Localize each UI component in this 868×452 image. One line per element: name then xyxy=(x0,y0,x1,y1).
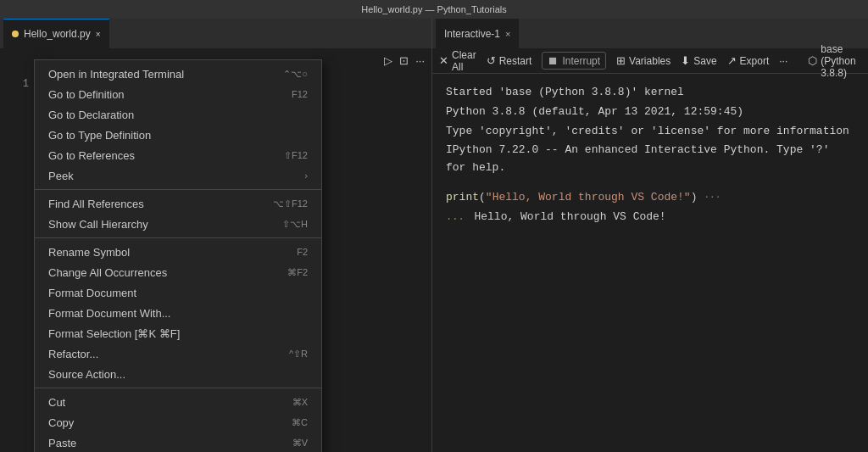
menu-item-label: Show Call Hierarchy xyxy=(48,218,148,231)
menu-item-shortcut: ⌥⇧F12 xyxy=(273,198,308,209)
restart-icon: ↺ xyxy=(487,54,496,67)
menu-item-label: Go to References xyxy=(48,149,135,162)
interactive-output: Started 'base (Python 3.8.8)' kernel Pyt… xyxy=(432,74,868,452)
interrupt-button[interactable]: ⏹ Interrupt xyxy=(542,52,606,70)
menu-item-shortcut: ⌘C xyxy=(292,417,308,428)
menu-item-go-references[interactable]: Go to References ⇧F12 xyxy=(35,145,321,165)
menu-item-go-declaration[interactable]: Go to Declaration xyxy=(35,104,321,125)
menu-item-format-selection[interactable]: Format Selection [⌘K ⌘F] xyxy=(35,323,321,343)
cell-ellipsis: ··· xyxy=(704,192,721,202)
menu-item-label: Copy xyxy=(48,416,74,429)
output-open-paren: ( xyxy=(479,191,486,204)
kernel-icon: ⬡ xyxy=(808,54,817,67)
menu-item-shortcut: ⌃⌥○ xyxy=(283,69,308,80)
menu-item-label: Rename Symbol xyxy=(48,246,130,259)
menu-item-shortcut: ⌘F2 xyxy=(287,267,308,278)
interactive-panel: Interactive-1 × ✕ Clear All ↺ Restart ⏹ … xyxy=(432,19,868,452)
variables-label: Variables xyxy=(629,55,670,67)
menu-separator-1 xyxy=(35,189,321,190)
variables-button[interactable]: ⊞ Variables xyxy=(616,54,670,67)
title-bar: Hello_world.py — Python_Tutorials xyxy=(0,0,868,19)
editor-panel: Hello_world.py × ▷ ⊡ ··· 1 print("Hello,… xyxy=(0,19,432,452)
menu-item-call-hierarchy[interactable]: Show Call Hierarchy ⇧⌥H xyxy=(35,214,321,234)
variables-icon: ⊞ xyxy=(616,54,626,67)
output-line-2: Python 3.8.8 (default, Apr 13 2021, 12:5… xyxy=(446,103,854,121)
peek-arrow: › xyxy=(304,170,308,181)
menu-item-label: Go to Type Definition xyxy=(48,129,151,142)
export-button[interactable]: ↗ Export xyxy=(727,54,770,67)
run-icon[interactable]: ▷ xyxy=(384,54,392,67)
more-icon: ··· xyxy=(779,55,787,67)
export-label: Export xyxy=(740,55,770,67)
output-string-value: "Hello, World through VS Code!" xyxy=(486,191,691,204)
menu-item-label: Format Document xyxy=(48,287,136,299)
menu-item-copy[interactable]: Copy ⌘C xyxy=(35,412,321,432)
interrupt-icon: ⏹ xyxy=(548,54,559,67)
menu-item-label: Change All Occurrences xyxy=(48,266,167,279)
editor-tab-bar: Hello_world.py × xyxy=(0,19,431,48)
menu-item-label: Paste xyxy=(48,437,76,449)
menu-separator-3 xyxy=(35,388,321,388)
window-title: Hello_world.py — Python_Tutorials xyxy=(361,4,506,14)
editor-tab-label: Hello_world.py xyxy=(24,28,91,40)
menu-item-go-type-definition[interactable]: Go to Type Definition xyxy=(35,125,321,145)
menu-item-go-definition[interactable]: Go to Definition F12 xyxy=(35,84,321,104)
menu-item-paste[interactable]: Paste ⌘V xyxy=(35,432,321,452)
output-result: ... Hello, World through VS Code! xyxy=(446,210,854,223)
interrupt-label: Interrupt xyxy=(562,55,600,67)
clear-all-button[interactable]: ✕ Clear All xyxy=(439,49,476,73)
menu-item-source-action[interactable]: Source Action... xyxy=(35,364,321,384)
context-menu: Open in Integrated Terminal ⌃⌥○ Go to De… xyxy=(34,59,322,452)
menu-item-shortcut: F2 xyxy=(297,247,308,257)
interactive-tab-bar: Interactive-1 × xyxy=(432,19,868,48)
menu-item-shortcut: F12 xyxy=(292,89,308,99)
menu-item-label: Peek xyxy=(48,170,74,182)
interactive-toolbar: ✕ Clear All ↺ Restart ⏹ Interrupt ⊞ Vari… xyxy=(432,48,868,74)
clear-all-label: Clear All xyxy=(452,49,476,73)
split-editor-icon[interactable]: ⊡ xyxy=(399,54,409,67)
menu-item-shortcut: ⌘V xyxy=(292,438,308,449)
save-label: Save xyxy=(693,55,716,67)
restart-label: Restart xyxy=(499,55,532,67)
interactive-tab-label: Interactive-1 xyxy=(444,28,500,40)
menu-item-label: Cut xyxy=(48,396,65,409)
menu-item-cut[interactable]: Cut ⌘X xyxy=(35,392,321,412)
menu-item-label: Refactor... xyxy=(48,348,98,360)
menu-item-label: Format Selection [⌘K ⌘F] xyxy=(48,327,180,340)
menu-item-shortcut: ⇧⌥H xyxy=(282,219,308,230)
menu-item-label: Source Action... xyxy=(48,368,125,381)
menu-item-open-terminal[interactable]: Open in Integrated Terminal ⌃⌥○ xyxy=(35,64,321,84)
output-line-1: Started 'base (Python 3.8.8)' kernel xyxy=(446,84,854,102)
menu-item-rename[interactable]: Rename Symbol F2 xyxy=(35,242,321,262)
menu-item-label: Format Document With... xyxy=(48,307,170,320)
menu-item-label: Open in Integrated Terminal xyxy=(48,68,184,81)
menu-item-refactor[interactable]: Refactor... ^⇧R xyxy=(35,343,321,364)
menu-item-change-occurrences[interactable]: Change All Occurrences ⌘F2 xyxy=(35,262,321,282)
result-text: Hello, World through VS Code! xyxy=(474,210,665,223)
editor-tab-close[interactable]: × xyxy=(96,30,101,39)
output-line-3: Type 'copyright', 'credits' or 'license'… xyxy=(446,123,854,141)
more-actions-icon[interactable]: ··· xyxy=(415,54,425,67)
more-actions-button[interactable]: ··· xyxy=(779,55,787,67)
menu-item-peek[interactable]: Peek › xyxy=(35,165,321,186)
menu-item-format-doc[interactable]: Format Document xyxy=(35,282,321,303)
output-close-paren: ) xyxy=(691,191,698,204)
menu-item-format-doc-with[interactable]: Format Document With... xyxy=(35,303,321,323)
editor-tab-hello-world[interactable]: Hello_world.py × xyxy=(3,19,109,48)
output-print-keyword: print xyxy=(446,191,479,204)
save-button[interactable]: ⬇ Save xyxy=(681,54,716,67)
restart-button[interactable]: ↺ Restart xyxy=(487,54,532,67)
export-icon: ↗ xyxy=(727,54,737,67)
output-code: print("Hello, World through VS Code!") xyxy=(446,191,697,204)
menu-item-find-references[interactable]: Find All References ⌥⇧F12 xyxy=(35,193,321,214)
interactive-tab[interactable]: Interactive-1 × xyxy=(436,19,519,48)
menu-separator-2 xyxy=(35,237,321,238)
save-icon: ⬇ xyxy=(681,54,690,67)
menu-item-shortcut: ^⇧R xyxy=(289,349,308,360)
menu-item-shortcut: ⌘X xyxy=(292,397,308,408)
interactive-tab-close[interactable]: × xyxy=(505,29,510,39)
menu-item-label: Go to Declaration xyxy=(48,109,134,121)
menu-item-shortcut: ⇧F12 xyxy=(284,150,308,161)
menu-item-label: Find All References xyxy=(48,198,144,210)
clear-all-icon: ✕ xyxy=(439,54,448,67)
